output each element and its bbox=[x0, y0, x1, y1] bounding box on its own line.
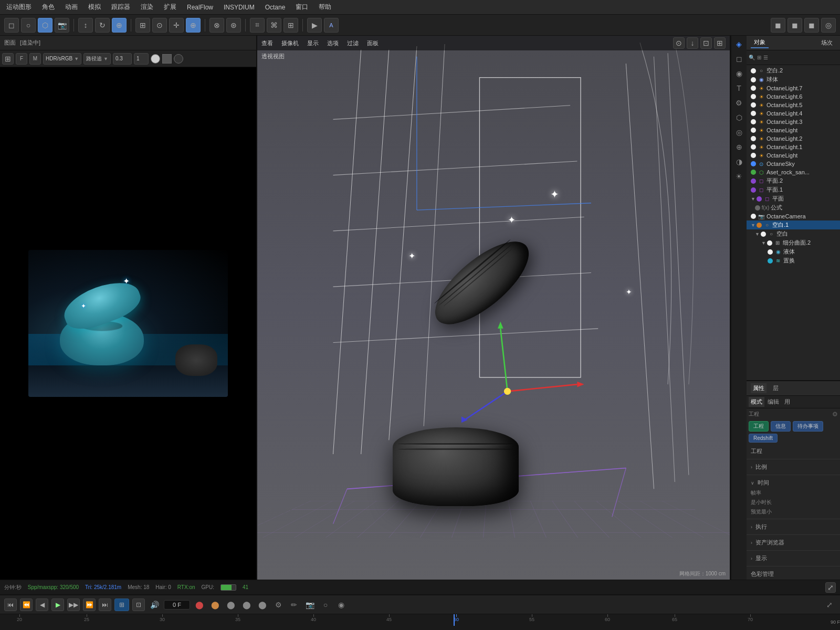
btn-timeline-ref[interactable]: ◉ bbox=[335, 598, 348, 611]
color-swatch-dark[interactable] bbox=[174, 54, 183, 64]
scene-item-light2[interactable]: ☀ OctaneLight.2 bbox=[747, 134, 840, 143]
scene-search[interactable]: 🔍 bbox=[749, 55, 755, 60]
obj-icon-7[interactable]: ◎ bbox=[733, 126, 746, 139]
menu-render[interactable]: 渲染 bbox=[139, 2, 155, 13]
tool-render3[interactable]: ◼ bbox=[804, 18, 819, 33]
btn-prev-frame[interactable]: ◀ bbox=[36, 598, 48, 611]
prop-subtab-edit[interactable]: 编辑 bbox=[765, 397, 781, 407]
color-swatch-gray[interactable] bbox=[162, 54, 172, 64]
menu-simulate[interactable]: 模拟 bbox=[86, 2, 103, 13]
obj-icon-9[interactable]: ◑ bbox=[733, 155, 746, 168]
viewport-btn-collapse[interactable]: ⊡ bbox=[700, 37, 712, 49]
tool-axis[interactable]: ✛ bbox=[169, 18, 184, 33]
btn-next-keyframe[interactable]: ⏩ bbox=[83, 598, 96, 611]
menu-help[interactable]: 帮助 bbox=[317, 2, 333, 13]
obj-icon-3[interactable]: ◉ bbox=[733, 67, 746, 80]
scene-item-plane[interactable]: ▼ ◻ 平面 bbox=[747, 194, 840, 203]
tool-move[interactable]: ↕ bbox=[78, 18, 93, 33]
scene-item-light1[interactable]: ☀ OctaneLight.1 bbox=[747, 143, 840, 151]
viewport-menu-panel[interactable]: 面板 bbox=[367, 39, 379, 47]
scene-item-sphere[interactable]: ◉ 球体 bbox=[747, 75, 840, 84]
prop-tab-attr[interactable]: 属性 bbox=[751, 383, 766, 393]
render-btn-f[interactable]: F bbox=[16, 53, 27, 65]
viewport-btn-down[interactable]: ↓ bbox=[687, 37, 698, 49]
tab-object[interactable]: 对象 bbox=[751, 37, 769, 48]
tool-camera[interactable]: 📷 bbox=[55, 18, 69, 33]
menu-window[interactable]: 窗口 bbox=[293, 2, 310, 13]
btn-record-pos[interactable]: ⬤ bbox=[193, 598, 206, 611]
timeline-cursor[interactable] bbox=[454, 614, 455, 626]
scene-filter[interactable]: ⊞ bbox=[757, 55, 761, 60]
btn-record-rot[interactable]: ⬤ bbox=[209, 598, 222, 611]
scene-item-null2[interactable]: ○ 空白.2 bbox=[747, 66, 840, 75]
scene-item-camera[interactable]: 📷 OctaneCamera bbox=[747, 212, 840, 220]
scene-item-plane2[interactable]: ◻ 平面.2 bbox=[747, 176, 840, 185]
prop-btn-info[interactable]: 信息 bbox=[771, 421, 791, 432]
tool-gear-icon[interactable]: ⚙ bbox=[832, 411, 838, 418]
gamma-input[interactable]: 1 bbox=[134, 53, 149, 65]
scene-item-light3[interactable]: ☀ OctaneLight.3 bbox=[747, 118, 840, 126]
tool-coord[interactable]: ⊙ bbox=[152, 18, 167, 33]
scene-menu[interactable]: ☰ bbox=[763, 55, 768, 60]
status-expand-icon[interactable]: ⤢ bbox=[825, 582, 836, 593]
color-swatch-white[interactable] bbox=[151, 54, 160, 64]
scene-item-formula[interactable]: f(x) 公式 bbox=[747, 203, 840, 212]
scene-item-null1[interactable]: ▼ ○ 空白.1 bbox=[747, 220, 840, 229]
menu-motion[interactable]: 运动图形 bbox=[4, 2, 34, 13]
btn-timeline-camera[interactable]: 📷 bbox=[303, 598, 316, 611]
btn-next-frame[interactable]: ▶▶ bbox=[67, 598, 80, 611]
obj-icon-1[interactable]: ◈ bbox=[733, 38, 746, 50]
tool-r3[interactable]: ⊞ bbox=[284, 18, 298, 33]
tool-play[interactable]: ▶ bbox=[307, 18, 322, 33]
section-title-execute[interactable]: › 执行 bbox=[751, 521, 836, 532]
btn-auto-key[interactable]: ⊡ bbox=[132, 598, 145, 611]
scene-item-light-plain[interactable]: ☀ OctaneLight bbox=[747, 151, 840, 160]
btn-timeline-end[interactable]: ⤢ bbox=[823, 598, 836, 611]
tool-rotate[interactable]: ↻ bbox=[95, 18, 110, 33]
menu-extend[interactable]: 扩展 bbox=[162, 2, 178, 13]
tool-lock[interactable]: ⊗ bbox=[209, 18, 224, 33]
scene-item-fluid[interactable]: ◉ 液体 bbox=[747, 247, 840, 256]
timeline-track[interactable]: 20 25 30 35 40 45 bbox=[0, 614, 840, 626]
tool-snap2[interactable]: ⊛ bbox=[226, 18, 241, 33]
prop-tab-layer[interactable]: 层 bbox=[771, 383, 781, 393]
btn-timeline-octane[interactable]: ○ bbox=[319, 598, 332, 611]
scene-item-light5[interactable]: ☀ OctaneLight.5 bbox=[747, 101, 840, 109]
render-btn-1[interactable]: ⊞ bbox=[2, 53, 14, 65]
btn-timeline-cfg[interactable]: ⚙ bbox=[272, 598, 285, 611]
btn-key-mode[interactable]: ⊞ bbox=[114, 598, 129, 611]
section-title-browser[interactable]: › 资产浏览器 bbox=[751, 537, 836, 548]
btn-record-all[interactable]: ⬤ bbox=[256, 598, 269, 611]
tool-active2[interactable]: ⊕ bbox=[186, 18, 201, 33]
tool-scale-active[interactable]: ⊕ bbox=[112, 18, 127, 33]
color-space-dropdown[interactable]: HDR/sRGB ▼ bbox=[43, 53, 81, 65]
3d-viewport[interactable]: ✦ ✦ ✦ ✦ 查看 摄像机 显示 选项 过滤 面板 ⊙ ↓ ⊡ ⊞ 透视视图 … bbox=[257, 36, 730, 580]
tool-r2[interactable]: ⌘ bbox=[267, 18, 281, 33]
obj-icon-5[interactable]: ⚙ bbox=[733, 97, 746, 109]
menu-insydium[interactable]: INSYDIUM bbox=[222, 3, 257, 12]
scene-item-subdiv[interactable]: ▼ ⊞ 细分曲面.2 bbox=[747, 238, 840, 247]
btn-first-frame[interactable]: ⏮ bbox=[4, 598, 17, 611]
obj-icon-8[interactable]: ⊕ bbox=[733, 141, 746, 153]
frame-number-display[interactable]: 0 F bbox=[164, 600, 190, 610]
tool-render2[interactable]: ◼ bbox=[788, 18, 802, 33]
scene-item-plane1[interactable]: ◻ 平面.1 bbox=[747, 185, 840, 194]
tool-a[interactable]: A bbox=[324, 18, 339, 33]
scene-item-light6[interactable]: ☀ OctaneLight.6 bbox=[747, 92, 840, 101]
btn-record-pla[interactable]: ⬤ bbox=[240, 598, 253, 611]
tool-snap[interactable]: ⊞ bbox=[135, 18, 150, 33]
scene-item-light7[interactable]: ☀ OctaneLight.7 bbox=[747, 84, 840, 92]
prop-subtab-mode[interactable]: 模式 bbox=[749, 397, 764, 407]
scene-item-null-child[interactable]: ▼ ○ 空白 bbox=[747, 229, 840, 238]
scene-item-rock[interactable]: ⬡ Aset_rock_san... bbox=[747, 168, 840, 176]
tool-render1[interactable]: ◼ bbox=[771, 18, 785, 33]
scene-item-displace[interactable]: ≋ 置换 bbox=[747, 256, 840, 265]
menu-realflow[interactable]: RealFlow bbox=[185, 3, 215, 12]
menu-tracker[interactable]: 跟踪器 bbox=[109, 2, 132, 13]
section-title-project[interactable]: 工程 bbox=[751, 446, 836, 457]
viewport-btn-expand[interactable]: ⊞ bbox=[714, 37, 726, 49]
menu-character[interactable]: 角色 bbox=[40, 2, 57, 13]
btn-record-scale[interactable]: ⬤ bbox=[225, 598, 237, 611]
menu-animation[interactable]: 动画 bbox=[63, 2, 80, 13]
btn-prev-keyframe[interactable]: ⏪ bbox=[20, 598, 33, 611]
